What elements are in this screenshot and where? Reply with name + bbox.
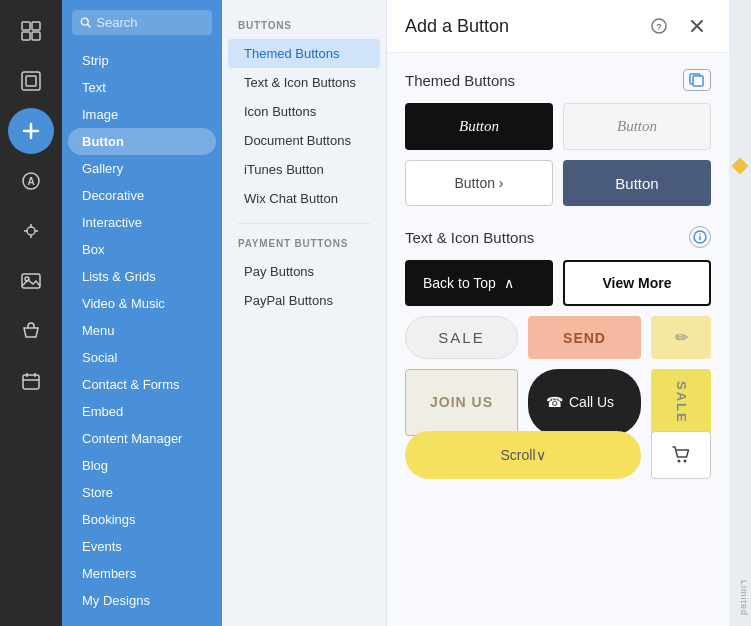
themed-buttons-section: Themed Buttons Button Button Button › Bu… [405, 69, 711, 206]
svg-rect-4 [22, 72, 40, 90]
help-button[interactable]: ? [645, 12, 673, 40]
svg-point-32 [678, 460, 681, 463]
icon-bar: A [0, 0, 62, 626]
svg-point-21 [81, 18, 88, 25]
submenu-item-document-buttons[interactable]: Document Buttons [228, 126, 380, 155]
submenu-divider [238, 223, 370, 224]
sidebar-item-button[interactable]: Button [68, 128, 216, 155]
themed-btn-dark[interactable]: Button [563, 160, 711, 206]
sidebar-item-menu[interactable]: Menu [68, 317, 216, 344]
sidebar-item-gallery[interactable]: Gallery [68, 155, 216, 182]
svg-rect-15 [22, 274, 40, 288]
sidebar-item-content-manager[interactable]: Content Manager [68, 425, 216, 452]
themed-btn-black[interactable]: Button [405, 103, 553, 150]
text-icon-buttons-section: Text & Icon Buttons Back to Top ∧ View M… [405, 226, 711, 479]
text-icon-row-4: Scroll∨ [405, 431, 711, 479]
help-icon: ? [651, 18, 667, 34]
app-icon[interactable]: A [8, 158, 54, 204]
pages-icon[interactable] [8, 8, 54, 54]
join-us-button[interactable]: JOIN US [405, 369, 518, 436]
text-icon-row-3: JOIN US ☎ Call Us SALE [405, 369, 711, 421]
sidebar-item-events[interactable]: Events [68, 533, 216, 560]
sidebar-item-lists-grids[interactable]: Lists & Grids [68, 263, 216, 290]
info-icon[interactable] [689, 226, 711, 248]
close-icon [690, 19, 704, 33]
text-icon-row-1: Back to Top ∧ View More [405, 260, 711, 306]
components-icon[interactable] [8, 58, 54, 104]
svg-line-22 [87, 24, 90, 27]
themed-buttons-grid: Button Button Button › Button [405, 103, 711, 206]
bookings-icon[interactable] [8, 358, 54, 404]
svg-rect-1 [32, 22, 40, 30]
sidebar-item-interactive[interactable]: Interactive [68, 209, 216, 236]
sidebar-item-my-designs[interactable]: My Designs [68, 587, 216, 614]
sidebar-item-bookings[interactable]: Bookings [68, 506, 216, 533]
svg-text:?: ? [656, 22, 662, 32]
sidebar-item-social[interactable]: Social [68, 344, 216, 371]
panel-header: Add a Button ? [387, 0, 729, 53]
submenu-section-payment: PAYMENT BUTTONS [222, 238, 386, 249]
svg-text:A: A [27, 176, 34, 187]
sidebar-item-box[interactable]: Box [68, 236, 216, 263]
sidebar-item-image[interactable]: Image [68, 101, 216, 128]
submenu-item-pay-buttons[interactable]: Pay Buttons [228, 257, 380, 286]
back-to-top-button[interactable]: Back to Top ∧ [405, 260, 553, 306]
submenu-item-text-icon-buttons[interactable]: Text & Icon Buttons [228, 68, 380, 97]
submenu-item-itunes-button[interactable]: iTunes Button [228, 155, 380, 184]
sidebar-item-store[interactable]: Store [68, 479, 216, 506]
sidebar-item-contact-forms[interactable]: Contact & Forms [68, 371, 216, 398]
submenu-item-themed-buttons[interactable]: Themed Buttons [228, 39, 380, 68]
themed-btn-light[interactable]: Button [563, 103, 711, 150]
submenu-item-paypal-buttons[interactable]: PayPal Buttons [228, 286, 380, 315]
sidebar-item-video-music[interactable]: Video & Music [68, 290, 216, 317]
svg-rect-2 [22, 32, 30, 40]
media-icon[interactable] [8, 208, 54, 254]
themed-buttons-title: Themed Buttons [405, 72, 515, 89]
sidebar-item-blog[interactable]: Blog [68, 452, 216, 479]
submenu: BUTTONS Themed Buttons Text & Icon Butto… [222, 0, 387, 626]
submenu-item-icon-buttons[interactable]: Icon Buttons [228, 97, 380, 126]
svg-rect-5 [26, 76, 36, 86]
text-icon-buttons-header: Text & Icon Buttons [405, 226, 711, 248]
search-input[interactable] [96, 15, 204, 30]
view-more-button[interactable]: View More [563, 260, 711, 306]
sidebar-item-embed[interactable]: Embed [68, 398, 216, 425]
text-icon-buttons-title: Text & Icon Buttons [405, 229, 534, 246]
svg-point-33 [684, 460, 687, 463]
pencil-button[interactable]: ✏ [651, 316, 711, 359]
panel-title: Add a Button [405, 16, 509, 37]
themed-btn-outline[interactable]: Button › [405, 160, 553, 206]
svg-rect-17 [23, 375, 39, 389]
panel-content: Themed Buttons Button Button Button › Bu… [387, 53, 729, 626]
send-button[interactable]: SEND [528, 316, 641, 359]
svg-point-10 [27, 227, 35, 235]
image-icon[interactable] [8, 258, 54, 304]
sidebar-item-members[interactable]: Members [68, 560, 216, 587]
svg-rect-0 [22, 22, 30, 30]
close-button[interactable] [683, 12, 711, 40]
text-icon-row-2: SALE SEND ✏ [405, 316, 711, 359]
sidebar-item-text[interactable]: Text [68, 74, 216, 101]
submenu-item-wix-chat-button[interactable]: Wix Chat Button [228, 184, 380, 213]
svg-rect-28 [693, 76, 703, 86]
cart-button[interactable] [651, 431, 711, 479]
diamond-decoration [732, 158, 749, 175]
panel-header-actions: ? [645, 12, 711, 40]
cart-icon [670, 444, 692, 466]
call-us-button[interactable]: ☎ Call Us [528, 369, 641, 436]
scroll-button[interactable]: Scroll∨ [405, 431, 641, 479]
watermark: Limited [739, 580, 749, 616]
sidebar-item-strip[interactable]: Strip [68, 47, 216, 74]
svg-rect-3 [32, 32, 40, 40]
search-bar[interactable] [72, 10, 212, 35]
store-icon[interactable] [8, 308, 54, 354]
main-panel: Add a Button ? Themed Buttons Button [387, 0, 729, 626]
copy-icon[interactable] [683, 69, 711, 91]
svg-point-31 [699, 233, 701, 235]
sidebar: Strip Text Image Button Gallery Decorati… [62, 0, 222, 626]
search-icon [80, 16, 91, 29]
sale-pill-button[interactable]: SALE [405, 316, 518, 359]
add-icon[interactable] [8, 108, 54, 154]
sale-vertical-button[interactable]: SALE [651, 369, 711, 436]
sidebar-item-decorative[interactable]: Decorative [68, 182, 216, 209]
